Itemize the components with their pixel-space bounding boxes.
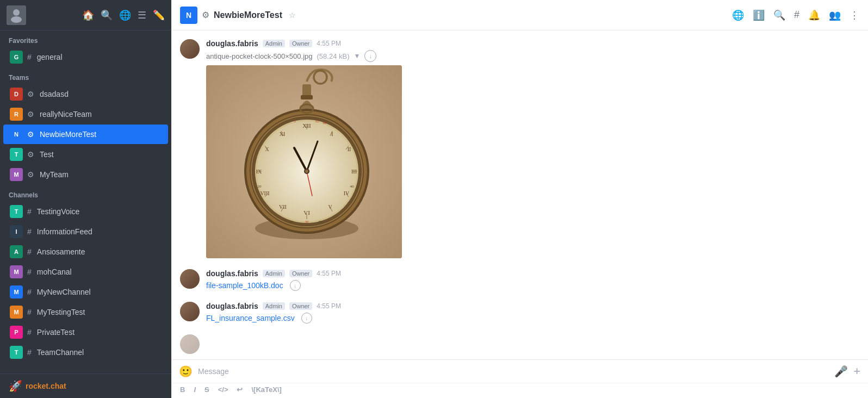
room-avatar-privatetest: P bbox=[10, 326, 23, 339]
messages-area: douglas.fabris Admin Owner 4:55 PM antiq… bbox=[171, 30, 868, 359]
search-icon[interactable]: 🔍 bbox=[101, 9, 113, 21]
msg-username-3: douglas.fabris bbox=[206, 302, 258, 310]
msg-header-1: douglas.fabris Admin Owner 4:55 PM bbox=[206, 39, 859, 48]
dropdown-icon-1[interactable]: ▼ bbox=[354, 52, 360, 60]
topbar-team-avatar: N bbox=[180, 7, 197, 24]
svg-text:30: 30 bbox=[305, 220, 309, 224]
sidebar-item-test[interactable]: T ⚙ Test bbox=[3, 145, 168, 164]
sidebar-item-general[interactable]: G # general bbox=[3, 47, 168, 67]
plus-button[interactable]: + bbox=[853, 364, 860, 378]
sidebar-item-privatetest[interactable]: P # PrivateTest bbox=[3, 322, 168, 342]
message-block-3: douglas.fabris Admin Owner 4:55 PM FL_in… bbox=[180, 302, 859, 324]
code-button[interactable]: </> bbox=[218, 385, 228, 394]
sidebar-item-mohcanal[interactable]: M # mohCanal bbox=[3, 262, 168, 282]
favorite-star-icon[interactable]: ☆ bbox=[289, 11, 296, 20]
italic-button[interactable]: I bbox=[194, 385, 196, 394]
msg-badge-admin-2: Admin bbox=[263, 270, 285, 277]
msg-username-1: douglas.fabris bbox=[206, 39, 258, 48]
msg-badge-owner-1: Owner bbox=[289, 40, 312, 47]
svg-text:20: 20 bbox=[258, 184, 262, 189]
room-avatar-mytestingtest: M bbox=[10, 306, 23, 319]
sidebar-item-ansiosamente[interactable]: A # Ansiosamente bbox=[3, 242, 168, 262]
sidebar-toolbar: 🏠 🔍 🌐 ☰ ✏️ bbox=[82, 9, 165, 21]
rocket-logo-text: rocket.chat bbox=[26, 382, 66, 390]
user-avatar[interactable] bbox=[7, 5, 26, 25]
svg-text:V: V bbox=[328, 204, 332, 210]
room-name-informationfeed: InformationFeed bbox=[37, 227, 92, 236]
team-icon-myteam: ⚙ bbox=[27, 170, 34, 179]
download-csv-btn[interactable]: ↓ bbox=[301, 313, 312, 324]
file-link-doc[interactable]: file-sample_100kB.doc bbox=[206, 281, 283, 290]
room-avatar-mohcanal: M bbox=[10, 265, 23, 278]
msg-time-2: 4:55 PM bbox=[317, 270, 341, 277]
favorites-label: Favorites bbox=[0, 30, 171, 47]
room-name-test: Test bbox=[40, 150, 54, 159]
hash-icon-ansiosamente: # bbox=[27, 247, 32, 256]
msg-content-1: douglas.fabris Admin Owner 4:55 PM antiq… bbox=[206, 39, 859, 258]
bold-button[interactable]: B bbox=[180, 385, 185, 394]
topbar: N ⚙ NewbieMoreTest ☆ 🌐 ℹ️ 🔍 # 🔔 👥 ⋮ bbox=[171, 0, 868, 30]
msg-avatar-3 bbox=[180, 302, 200, 321]
msg-badge-admin-1: Admin bbox=[263, 40, 285, 47]
sidebar-item-mytestingtest[interactable]: M # MyTestingTest bbox=[3, 302, 168, 322]
sidebar-item-newbiemoretest[interactable]: N ⚙ NewbieMoreTest bbox=[3, 125, 168, 144]
msg-badge-owner-2: Owner bbox=[289, 270, 312, 277]
search-topbar-icon[interactable]: 🔍 bbox=[773, 9, 785, 21]
msg-header-3: douglas.fabris Admin Owner 4:55 PM bbox=[206, 302, 859, 310]
sidebar-item-dsadasd[interactable]: D ⚙ dsadasd bbox=[3, 84, 168, 104]
clock-image[interactable]: XII I II III IV V VI bbox=[206, 65, 402, 258]
info-topbar-icon[interactable]: ℹ️ bbox=[753, 9, 765, 21]
sort-icon[interactable]: ☰ bbox=[138, 9, 146, 21]
quote-button[interactable]: ↩ bbox=[237, 385, 243, 394]
sidebar-item-teamchannel[interactable]: T # TeamChannel bbox=[3, 343, 168, 362]
members-topbar-icon[interactable]: 👥 bbox=[829, 9, 841, 21]
room-name-newbiemoretest: NewbieMoreTest bbox=[40, 130, 96, 139]
download-doc-btn[interactable]: ↓ bbox=[290, 280, 301, 291]
hashtag-topbar-icon[interactable]: # bbox=[794, 9, 799, 21]
topbar-right: 🌐 ℹ️ 🔍 # 🔔 👥 ⋮ bbox=[732, 9, 859, 21]
svg-point-2 bbox=[11, 16, 22, 23]
sidebar-item-testingvoice[interactable]: T # TestingVoice bbox=[3, 202, 168, 221]
more-topbar-icon[interactable]: ⋮ bbox=[850, 9, 859, 21]
msg-time-3: 4:55 PM bbox=[317, 302, 341, 310]
message-input-row: 🙂 🎤 + bbox=[171, 360, 868, 383]
mic-button[interactable]: 🎤 bbox=[834, 365, 848, 378]
formatting-toolbar: B I S </> ↩ \[KaTeX\] bbox=[171, 383, 868, 398]
svg-text:25: 25 bbox=[290, 220, 294, 224]
msg-avatar-2 bbox=[180, 269, 200, 289]
msg-content-3: douglas.fabris Admin Owner 4:55 PM FL_in… bbox=[206, 302, 859, 324]
room-name-privatetest: PrivateTest bbox=[37, 328, 75, 337]
teams-label: Teams bbox=[0, 67, 171, 84]
globe-icon[interactable]: 🌐 bbox=[119, 9, 131, 21]
message-input[interactable] bbox=[198, 367, 829, 376]
hash-icon: # bbox=[27, 53, 32, 61]
globe-topbar-icon[interactable]: 🌐 bbox=[732, 9, 744, 21]
emoji-button[interactable]: 🙂 bbox=[179, 365, 193, 378]
file-link-csv[interactable]: FL_insurance_sample.csv bbox=[206, 314, 295, 322]
sidebar-header: 🏠 🔍 🌐 ☰ ✏️ bbox=[0, 0, 171, 30]
hash-icon-privatetest: # bbox=[27, 328, 32, 337]
bell-topbar-icon[interactable]: 🔔 bbox=[808, 9, 820, 21]
sidebar-item-mynewchannel[interactable]: M # MyNewChannel bbox=[3, 282, 168, 302]
svg-text:60: 60 bbox=[323, 121, 327, 125]
home-icon[interactable]: 🏠 bbox=[82, 9, 94, 21]
svg-point-1 bbox=[13, 9, 20, 16]
sidebar-item-informationfeed[interactable]: I # InformationFeed bbox=[3, 222, 168, 241]
sidebar-footer: 🚀 rocket.chat bbox=[0, 374, 171, 398]
sidebar-item-reallyniceteam[interactable]: R ⚙ reallyNiceTeam bbox=[3, 104, 168, 124]
strikethrough-button[interactable]: S bbox=[204, 385, 209, 394]
compose-icon[interactable]: ✏️ bbox=[153, 9, 165, 21]
msg-header-2: douglas.fabris Admin Owner 4:55 PM bbox=[206, 269, 859, 278]
team-type-icon: ⚙ bbox=[202, 10, 209, 20]
rocket-chat-logo: 🚀 rocket.chat bbox=[9, 380, 163, 393]
download-btn-1[interactable]: ↓ bbox=[364, 50, 376, 62]
katex-button[interactable]: \[KaTeX\] bbox=[251, 385, 281, 394]
svg-text:40: 40 bbox=[350, 184, 355, 189]
sidebar-item-myteam[interactable]: M ⚙ MyTeam bbox=[3, 165, 168, 184]
room-name-myteam: MyTeam bbox=[40, 170, 69, 179]
room-avatar-ansiosamente: A bbox=[10, 245, 23, 258]
file-name-1: antique-pocket-clock-500×500.jpg bbox=[206, 52, 313, 60]
room-name-mohcanal: mohCanal bbox=[37, 268, 72, 276]
msg-badge-admin-3: Admin bbox=[263, 302, 285, 310]
room-name-mynewchannel: MyNewChannel bbox=[37, 288, 91, 296]
